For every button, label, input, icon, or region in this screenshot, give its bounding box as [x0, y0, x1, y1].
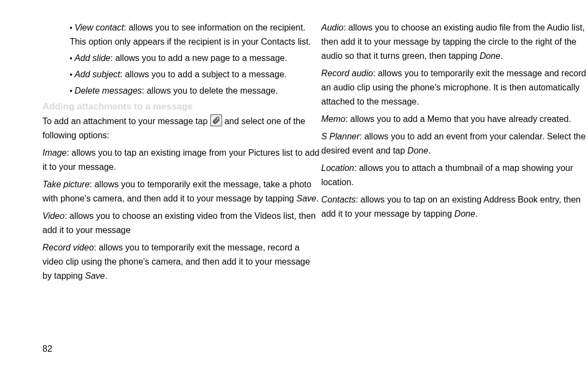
item-text: : allows you to delete the message.	[142, 86, 278, 95]
term: Record video	[42, 243, 94, 252]
item-text: : allows you to choose an existing audio…	[321, 23, 585, 60]
bullet-item: •Add subject: allows you to add a subjec…	[42, 68, 321, 82]
item-text: : allows you to add a Memo that you have…	[345, 114, 571, 124]
bullet-item: •Add slide: allows you to add a new page…	[42, 51, 321, 65]
item-text: .	[105, 271, 107, 280]
term: S Planner	[321, 132, 359, 141]
document-page: •View contact: allows you to see informa…	[0, 0, 588, 392]
term: Done	[407, 146, 428, 155]
term: Audio	[321, 23, 344, 32]
term: Done	[455, 209, 475, 218]
term: Contacts	[321, 195, 356, 204]
term: Save	[85, 271, 105, 280]
term: Done	[480, 51, 500, 60]
term: Add subject	[75, 70, 120, 79]
term: Image	[42, 148, 66, 157]
item-text: .	[475, 209, 477, 218]
item-text: : allows you to add a new page to a mess…	[111, 53, 287, 63]
term: Location	[321, 163, 354, 173]
item-text: .	[500, 51, 503, 60]
attach-option: Video: allows you to choose an existing …	[42, 209, 321, 237]
bullet-item: •Delete messages: allows you to delete t…	[42, 84, 321, 98]
term: Add slide	[75, 53, 111, 63]
bullet-dot: •	[70, 87, 75, 95]
attach-option: Memo: allows you to add a Memo that you …	[321, 112, 588, 126]
attach-option: Location: allows you to attach a thumbna…	[321, 161, 588, 189]
bullet-dot: •	[70, 70, 75, 79]
intro-line: To add an attachment to your message tap…	[42, 114, 321, 143]
bullet-item: •View contact: allows you to see informa…	[42, 21, 321, 49]
section-heading: Adding attachments to a message	[42, 101, 321, 112]
bullet-dot: •	[70, 23, 75, 32]
page-number: 82	[42, 344, 52, 354]
item-text: .	[316, 194, 318, 203]
term: Memo	[321, 114, 345, 124]
term: Video	[42, 211, 65, 220]
term: Delete messages	[75, 86, 142, 95]
bullet-dot: •	[70, 54, 75, 63]
item-text: : allows you to attach a thumbnail of a …	[321, 163, 573, 187]
attach-option: Take picture: allows you to temporarily …	[42, 177, 321, 206]
term: Save	[296, 194, 316, 203]
paperclip-icon	[210, 114, 222, 126]
item-text: : allows you to add a subject to a messa…	[120, 70, 287, 79]
attach-option: Image: allows you to tap an existing ima…	[42, 146, 321, 174]
attach-option: S Planner: allows you to add an event fr…	[321, 130, 588, 158]
right-column: Audio: allows you to choose an existing …	[321, 21, 588, 221]
left-column: •View contact: allows you to see informa…	[42, 21, 321, 283]
attach-option: Record video: allows you to temporarily …	[42, 241, 321, 283]
item-text: : allows you to tap an existing image fr…	[42, 148, 320, 171]
item-text: : allows you to tap on an existing Addre…	[321, 195, 580, 218]
attach-option: Contacts: allows you to tap on an existi…	[321, 193, 588, 221]
term: View contact	[75, 23, 124, 32]
item-text: : allows you to add an event from your c…	[321, 132, 586, 155]
item-text: : allows you to choose an existing video…	[42, 211, 316, 235]
term: Take picture	[42, 180, 90, 189]
term: Record audio	[321, 69, 373, 78]
attach-option: Record audio: allows you to temporarily …	[321, 66, 588, 109]
item-text: .	[428, 146, 431, 155]
intro-pre: To add an attachment to your message tap	[42, 117, 210, 126]
attach-option: Audio: allows you to choose an existing …	[321, 21, 588, 63]
